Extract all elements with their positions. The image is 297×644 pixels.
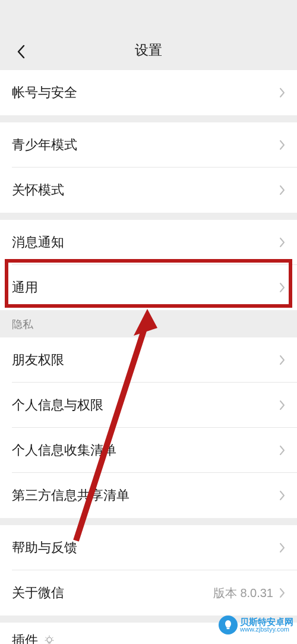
gap [0, 115, 297, 122]
chevron-right-icon [279, 490, 285, 501]
item-label: 插件 [12, 632, 38, 644]
item-label: 通用 [12, 279, 279, 296]
chevron-right-icon [279, 588, 285, 598]
item-about[interactable]: 关于微信 版本 8.0.31 [0, 570, 297, 615]
item-friends-permission[interactable]: 朋友权限 [0, 337, 297, 383]
chevron-right-icon [279, 140, 285, 150]
bulb-icon [44, 635, 55, 644]
item-label: 青少年模式 [12, 136, 279, 154]
item-third-party-sharing[interactable]: 第三方信息共享清单 [0, 473, 297, 518]
chevron-right-icon [279, 185, 285, 195]
gap [0, 213, 297, 220]
item-care-mode[interactable]: 关怀模式 [0, 168, 297, 213]
item-info-collection[interactable]: 个人信息收集清单 [0, 428, 297, 473]
svg-point-0 [47, 637, 52, 642]
chevron-right-icon [279, 445, 285, 456]
item-label: 朋友权限 [12, 351, 279, 369]
item-label: 帐号与安全 [12, 84, 279, 102]
item-label: 第三方信息共享清单 [12, 487, 279, 504]
watermark-url: www.zjbstyy.com [240, 626, 293, 633]
watermark-title: 贝斯特安卓网 [240, 617, 293, 626]
item-personal-info[interactable]: 个人信息与权限 [0, 383, 297, 428]
item-general[interactable]: 通用 [0, 265, 297, 310]
item-help-feedback[interactable]: 帮助与反馈 [0, 525, 297, 570]
svg-rect-1 [227, 628, 230, 630]
watermark: 贝斯特安卓网 www.zjbstyy.com [219, 615, 293, 634]
item-label: 关怀模式 [12, 181, 279, 199]
item-notifications[interactable]: 消息通知 [0, 220, 297, 265]
item-youth-mode[interactable]: 青少年模式 [0, 122, 297, 168]
back-button[interactable] [12, 43, 30, 61]
chevron-right-icon [279, 355, 285, 365]
item-label: 个人信息与权限 [12, 396, 279, 414]
chevron-left-icon [17, 45, 25, 59]
item-label: 帮助与反馈 [12, 539, 279, 557]
item-account-security[interactable]: 帐号与安全 [0, 70, 297, 115]
watermark-logo-icon [219, 615, 238, 634]
item-label: 个人信息收集清单 [12, 441, 279, 459]
chevron-right-icon [279, 400, 285, 411]
header: 设置 [0, 0, 297, 70]
chevron-right-icon [279, 282, 285, 293]
page-title: 设置 [0, 41, 297, 59]
section-header-privacy: 隐私 [0, 310, 297, 337]
chevron-right-icon [279, 87, 285, 98]
chevron-right-icon [279, 542, 285, 553]
gap [0, 518, 297, 525]
version-text: 版本 8.0.31 [213, 585, 273, 601]
chevron-right-icon [279, 237, 285, 248]
item-label: 消息通知 [12, 233, 279, 251]
item-label: 关于微信 [12, 584, 213, 602]
